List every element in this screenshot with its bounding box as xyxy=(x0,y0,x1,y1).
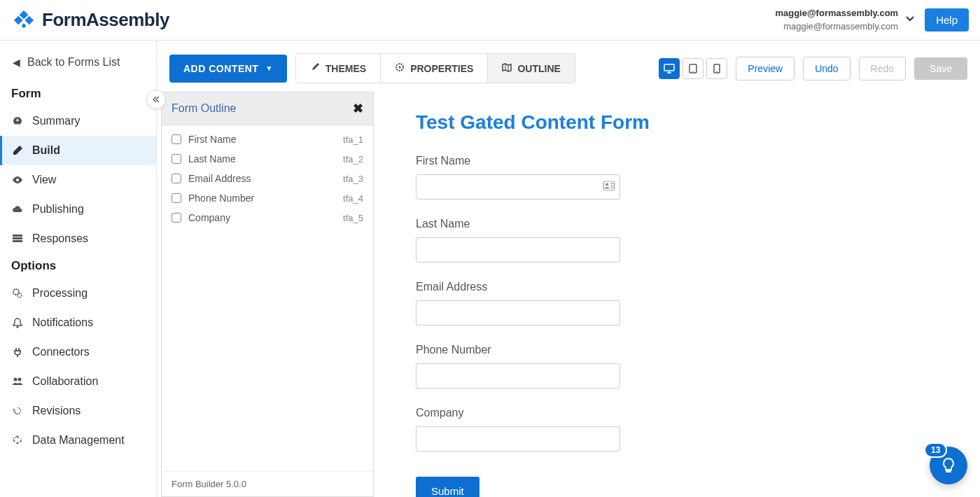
sidebar-collapse-button[interactable] xyxy=(146,90,166,109)
first-name-input[interactable] xyxy=(416,174,620,200)
redo-button[interactable]: Redo xyxy=(859,57,906,80)
field-icon xyxy=(172,154,181,164)
brush-icon xyxy=(310,62,320,74)
help-notification-count: 13 xyxy=(924,442,947,458)
sidebar-item-data-management[interactable]: Data Management xyxy=(0,426,156,455)
svg-point-7 xyxy=(18,378,22,382)
tab-outline[interactable]: OUTLINE xyxy=(488,54,574,83)
bell-icon xyxy=(11,317,24,328)
field-icon xyxy=(172,213,181,223)
outline-panel: Form Outline ✖ First Name tfa_1 Last Nam… xyxy=(161,92,374,497)
lightbulb-icon xyxy=(939,456,958,475)
pencil-icon xyxy=(11,145,24,156)
sidebar-item-responses[interactable]: Responses xyxy=(0,224,156,253)
outline-title: Form Outline xyxy=(172,102,236,115)
sidebar-item-publishing[interactable]: Publishing xyxy=(0,195,156,224)
builder-toolbar: ADD CONTENT ▼ THEMES PROPERTIES OUTLINE xyxy=(157,41,980,92)
close-icon[interactable]: ✖ xyxy=(353,101,363,116)
tablet-icon xyxy=(689,64,697,74)
field-label: Phone Number xyxy=(416,344,938,356)
outline-item[interactable]: Company tfa_5 xyxy=(162,208,373,227)
svg-point-6 xyxy=(14,378,18,382)
sidebar-item-view[interactable]: View xyxy=(0,165,156,195)
chevron-down-icon[interactable] xyxy=(905,14,915,26)
device-mobile-button[interactable] xyxy=(706,58,727,79)
tab-properties[interactable]: PROPERTIES xyxy=(381,54,488,83)
caret-left-icon: ◀ xyxy=(13,57,20,68)
form-title: Test Gated Content Form xyxy=(416,111,938,134)
preview-button[interactable]: Preview xyxy=(736,57,794,80)
chevron-double-left-icon xyxy=(152,95,160,104)
field-label: Company xyxy=(416,407,938,419)
device-tablet-button[interactable] xyxy=(682,58,704,79)
brand-logo[interactable]: FormAssembly xyxy=(11,8,169,33)
tab-label: THEMES xyxy=(326,63,366,74)
sidebar-item-label: Notifications xyxy=(32,316,93,329)
sidebar-item-build[interactable]: Build xyxy=(0,136,156,165)
sidebar-item-summary[interactable]: Summary xyxy=(0,106,156,136)
submit-button[interactable]: Submit xyxy=(416,477,479,497)
sidebar-section-form: Form xyxy=(0,81,156,106)
svg-rect-10 xyxy=(664,64,674,71)
field-icon xyxy=(172,134,181,144)
user-email-secondary: maggie@formassembly.com xyxy=(775,20,898,33)
svg-point-5 xyxy=(18,293,22,298)
phone-input[interactable] xyxy=(416,363,620,388)
user-menu[interactable]: maggie@formassembly.com maggie@formassem… xyxy=(775,7,915,32)
field-label: Last Name xyxy=(416,218,938,230)
mobile-icon xyxy=(713,64,720,74)
device-desktop-button[interactable] xyxy=(659,58,680,79)
form-preview: Test Gated Content Form First Name Last … xyxy=(374,92,980,497)
svg-point-12 xyxy=(693,71,694,72)
outline-item[interactable]: Last Name tfa_2 xyxy=(162,149,373,169)
history-icon xyxy=(11,405,24,416)
help-bubble[interactable]: 13 xyxy=(930,447,967,484)
desktop-icon xyxy=(664,64,675,74)
back-to-forms-link[interactable]: ◀ Back to Forms List xyxy=(0,48,156,81)
users-icon xyxy=(11,376,24,387)
add-content-label: ADD CONTENT xyxy=(183,63,258,74)
sidebar-item-processing[interactable]: Processing xyxy=(0,279,156,308)
outline-header: Form Outline ✖ xyxy=(162,92,373,125)
outline-field-name: Company xyxy=(188,212,343,223)
email-input[interactable] xyxy=(416,300,620,326)
svg-point-14 xyxy=(717,71,718,72)
outline-field-id: tfa_1 xyxy=(343,134,363,145)
outline-footer: Form Builder 5.0.0 xyxy=(162,471,373,496)
sidebar-item-collaboration[interactable]: Collaboration xyxy=(0,367,156,396)
outline-item[interactable]: Email Address tfa_3 xyxy=(162,169,373,188)
sidebar-item-notifications[interactable]: Notifications xyxy=(0,308,156,337)
field-label: First Name xyxy=(416,155,938,167)
outline-field-id: tfa_5 xyxy=(343,213,363,223)
brand-name: FormAssembly xyxy=(42,9,169,31)
svg-point-9 xyxy=(399,66,401,69)
form-field-phone: Phone Number xyxy=(416,344,938,388)
sidebar-item-connectors[interactable]: Connectors xyxy=(0,337,156,367)
sidebar-item-label: View xyxy=(32,174,56,186)
svg-rect-2 xyxy=(14,15,23,24)
sidebar-item-revisions[interactable]: Revisions xyxy=(0,396,156,426)
tab-themes[interactable]: THEMES xyxy=(296,54,381,83)
sidebar-item-label: Processing xyxy=(32,287,88,300)
svg-rect-1 xyxy=(24,15,34,24)
outline-field-name: Phone Number xyxy=(188,192,343,204)
tab-label: OUTLINE xyxy=(517,63,560,74)
sidebar-item-label: Summary xyxy=(32,115,80,127)
device-preview-group xyxy=(659,58,727,79)
save-button[interactable]: Save xyxy=(914,57,967,80)
form-field-last-name: Last Name xyxy=(416,218,938,262)
sidebar-item-label: Collaboration xyxy=(32,375,98,388)
sidebar-item-label: Data Management xyxy=(32,434,125,447)
back-label: Back to Forms List xyxy=(27,56,120,69)
company-input[interactable] xyxy=(416,426,620,451)
last-name-input[interactable] xyxy=(416,237,620,262)
outline-item[interactable]: First Name tfa_1 xyxy=(162,130,373,149)
svg-rect-0 xyxy=(20,10,29,19)
contact-card-icon[interactable] xyxy=(603,181,615,193)
undo-button[interactable]: Undo xyxy=(803,57,850,80)
eye-icon xyxy=(11,174,24,186)
outline-item[interactable]: Phone Number tfa_4 xyxy=(162,188,373,208)
help-button[interactable]: Help xyxy=(925,8,969,31)
add-content-button[interactable]: ADD CONTENT ▼ xyxy=(169,55,287,83)
plug-icon xyxy=(11,346,24,358)
